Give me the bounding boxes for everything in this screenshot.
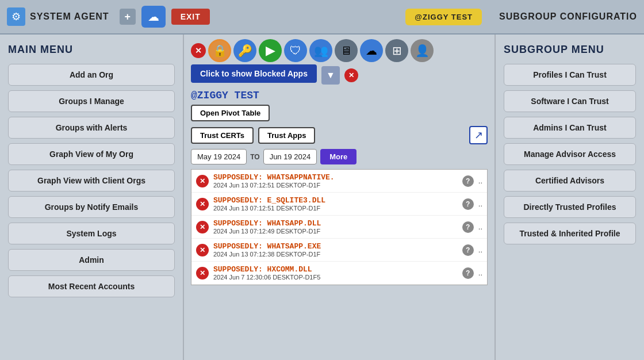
cloud-toolbar-icon[interactable]: ☁ — [360, 39, 383, 62]
help-icon[interactable]: ? — [462, 244, 474, 256]
help-icon[interactable]: ? — [462, 267, 474, 279]
alert-detail: 2024 Jun 13 07:12:38 DESKTOP-D1F — [213, 251, 458, 258]
date-to-field[interactable]: Jun 19 2024 — [263, 149, 317, 164]
menu-item-certified-advisors[interactable]: Certified Advisors — [504, 170, 636, 192]
play-icon[interactable]: ▶ — [259, 39, 282, 62]
main-content: MAIN MENU Add an Org Groups I Manage Gro… — [0, 35, 644, 360]
person-icon[interactable]: 👤 — [411, 39, 434, 62]
trust-certs-button[interactable]: Trust CERTs — [191, 127, 254, 144]
app-title: SYSTEM AGENT — [30, 12, 109, 22]
menu-item-add-org[interactable]: Add an Org — [8, 64, 175, 86]
alert-dots: .. — [478, 177, 482, 185]
filter-icon[interactable]: ▼ — [321, 66, 340, 85]
menu-item-recent-accounts[interactable]: Most Recent Accounts — [8, 275, 175, 297]
alert-dots: .. — [478, 269, 482, 277]
grid-icon[interactable]: ⊞ — [385, 39, 408, 62]
main-menu-title: MAIN MENU — [8, 44, 175, 56]
alert-dots: .. — [478, 246, 482, 254]
trust-row: Trust CERTs Trust Apps ↗ — [191, 126, 488, 144]
alert-row[interactable]: ✕ SUPPOSEDLY: HXCOMM.DLL 2024 Jun 7 12:3… — [191, 262, 487, 285]
alert-name: SUPPOSEDLY: WHATSAPP.DLL — [213, 219, 458, 228]
lock-icon[interactable]: 🔒 — [208, 39, 231, 62]
center-panel: ✕ 🔒 🔑 ▶ 🛡 👥 🖥 ☁ ⊞ 👤 Click to show Blocke… — [184, 35, 494, 360]
menu-item-system-logs[interactable]: System Logs — [8, 223, 175, 244]
alert-info: SUPPOSEDLY: E_SQLITE3.DLL 2024 Jun 13 07… — [213, 196, 458, 212]
alert-name: SUPPOSEDLY: HXCOMM.DLL — [213, 265, 458, 274]
alert-row[interactable]: ✕ SUPPOSEDLY: WHATSAPP.DLL 2024 Jun 13 0… — [191, 216, 487, 239]
alert-name: SUPPOSEDLY: WHATSAPPNATIVE. — [213, 173, 458, 182]
banner-close-button[interactable]: ✕ — [344, 68, 358, 82]
menu-item-admin[interactable]: Admin — [8, 249, 175, 271]
alert-info: SUPPOSEDLY: HXCOMM.DLL 2024 Jun 7 12:30:… — [213, 265, 458, 281]
org-name: @ZIGGY TEST — [191, 90, 488, 101]
pivot-table-button[interactable]: Open Pivot Table — [191, 105, 270, 121]
menu-item-graph-view-org[interactable]: Graph View of My Org — [8, 143, 175, 165]
alert-detail: 2024 Jun 13 07:12:49 DESKTOP-D1F — [213, 228, 458, 235]
trust-apps-button[interactable]: Trust Apps — [258, 127, 315, 144]
alert-detail: 2024 Jun 13 07:12:51 DESKTOP-D1F — [213, 182, 458, 189]
alert-detail: 2024 Jun 7 12:30:06 DESKTOP-D1F5 — [213, 274, 458, 281]
alert-close-icon: ✕ — [196, 198, 209, 210]
menu-item-directly-trusted[interactable]: Directly Trusted Profiles — [504, 196, 636, 218]
user-badge: @ZIGGY TEST — [405, 9, 482, 25]
alert-name: SUPPOSEDLY: E_SQLITE3.DLL — [213, 196, 458, 205]
menu-item-graph-view-client[interactable]: Graph View with Client Orgs — [8, 170, 175, 192]
key-icon[interactable]: 🔑 — [233, 39, 256, 62]
blocked-apps-banner[interactable]: Click to show Blocked Apps — [191, 64, 317, 83]
cloud-button[interactable]: ☁ — [141, 6, 166, 28]
to-label: TO — [250, 153, 259, 161]
date-range-row: May 19 2024 TO Jun 19 2024 More — [191, 149, 488, 164]
menu-item-profiles-trust[interactable]: Profiles I Can Trust — [504, 64, 636, 86]
alert-info: SUPPOSEDLY: WHATSAPPNATIVE. 2024 Jun 13 … — [213, 173, 458, 189]
alert-row[interactable]: ✕ SUPPOSEDLY: WHATSAPPNATIVE. 2024 Jun 1… — [191, 170, 487, 193]
toolbar-close-button[interactable]: ✕ — [191, 43, 206, 58]
alert-dots: .. — [478, 200, 482, 208]
more-button[interactable]: More — [320, 149, 356, 164]
top-bar: ⚙ SYSTEM AGENT + ☁ EXIT @ZIGGY TEST SUBG… — [0, 0, 644, 35]
alert-info: SUPPOSEDLY: WHATSAPP.EXE 2024 Jun 13 07:… — [213, 242, 458, 258]
menu-item-trusted-inherited[interactable]: Trusted & Inherited Profile — [504, 223, 636, 244]
alert-close-icon: ✕ — [196, 244, 209, 256]
content-area: Click to show Blocked Apps ▼ ✕ @ZIGGY TE… — [184, 64, 494, 360]
alert-close-icon: ✕ — [196, 267, 209, 279]
alert-info: SUPPOSEDLY: WHATSAPP.DLL 2024 Jun 13 07:… — [213, 219, 458, 235]
alert-name: SUPPOSEDLY: WHATSAPP.EXE — [213, 242, 458, 251]
menu-item-groups-manage[interactable]: Groups I Manage — [8, 90, 175, 112]
alert-dots: .. — [478, 223, 482, 231]
gear-icon: ⚙ — [7, 7, 25, 26]
toolbar-row: ✕ 🔒 🔑 ▶ 🛡 👥 🖥 ☁ ⊞ 👤 — [184, 35, 494, 64]
menu-item-groups-alerts[interactable]: Groups with Alerts — [8, 117, 175, 139]
alerts-list: ✕ SUPPOSEDLY: WHATSAPPNATIVE. 2024 Jun 1… — [191, 169, 488, 285]
subgroup-config-title: SUBGROUP CONFIGURATIO — [499, 12, 637, 22]
alert-row[interactable]: ✕ SUPPOSEDLY: E_SQLITE3.DLL 2024 Jun 13 … — [191, 193, 487, 216]
subgroup-menu-title: SUBGROUP MENU — [504, 44, 636, 56]
alert-close-icon: ✕ — [196, 221, 209, 233]
alert-row[interactable]: ✕ SUPPOSEDLY: WHATSAPP.EXE 2024 Jun 13 0… — [191, 239, 487, 262]
left-panel: MAIN MENU Add an Org Groups I Manage Gro… — [0, 35, 184, 360]
alert-detail: 2024 Jun 13 07:12:51 DESKTOP-D1F — [213, 205, 458, 212]
arrow-button[interactable]: ↗ — [469, 126, 488, 144]
right-panel: SUBGROUP MENU Profiles I Can Trust Softw… — [494, 35, 644, 360]
app-logo: ⚙ SYSTEM AGENT — [7, 7, 109, 26]
help-icon[interactable]: ? — [462, 175, 474, 187]
exit-button[interactable]: EXIT — [171, 9, 210, 25]
menu-item-manage-advisor[interactable]: Manage Advisor Access — [504, 143, 636, 165]
menu-item-groups-notify[interactable]: Groups by Notify Emails — [8, 196, 175, 218]
monitor-icon[interactable]: 🖥 — [335, 39, 358, 62]
alert-close-icon: ✕ — [196, 175, 209, 187]
date-from-field[interactable]: May 19 2024 — [191, 149, 247, 164]
help-icon[interactable]: ? — [462, 221, 474, 233]
users-icon[interactable]: 👥 — [309, 39, 332, 62]
menu-item-software-trust[interactable]: Software I Can Trust — [504, 90, 636, 112]
menu-item-admins-trust[interactable]: Admins I Can Trust — [504, 117, 636, 139]
help-icon[interactable]: ? — [462, 198, 474, 210]
add-button[interactable]: + — [120, 9, 136, 25]
shield-icon[interactable]: 🛡 — [284, 39, 307, 62]
